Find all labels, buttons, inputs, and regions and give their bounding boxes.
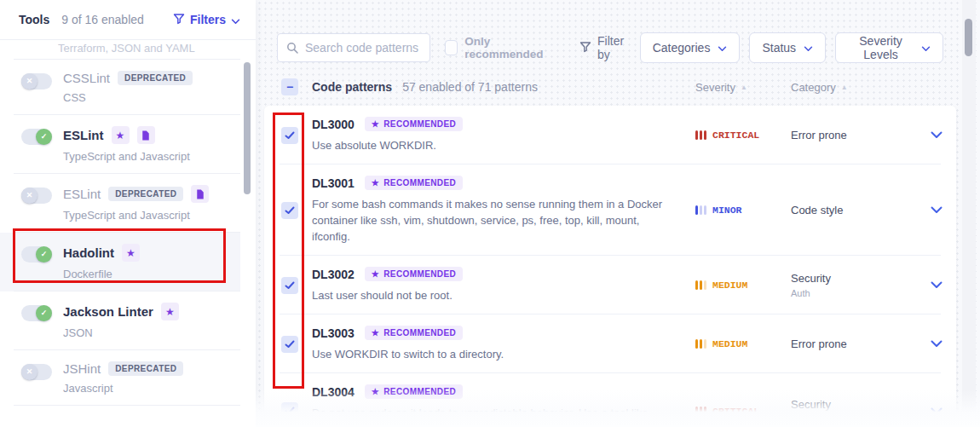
search-box [277, 33, 430, 62]
severity-label: MEDIUM [712, 338, 747, 349]
pattern-description: Do not use sudo as it leads to unpredict… [312, 405, 672, 427]
expand-chevron-icon[interactable] [917, 340, 956, 348]
severity-levels-dropdown-label: Severity Levels [848, 34, 914, 61]
tool-item-eslint-deprecated[interactable]: ✕ ESLint DEPRECATED TypeScript and Javas… [0, 174, 240, 233]
search-icon [286, 42, 298, 57]
only-recommended-control[interactable]: Only recommended [445, 35, 554, 61]
patterns-card: DL3000 ★RECOMMENDED Use absolute WORKDIR… [264, 106, 956, 427]
deprecated-badge: DEPRECATED [108, 361, 183, 376]
tool-subtitle: TypeScript and Javascript [63, 150, 190, 163]
severity-label: CRITICAL [712, 130, 759, 141]
expand-chevron-icon[interactable] [917, 281, 956, 289]
category-label: Error prone [791, 338, 917, 350]
tool-name: Jackson Linter [63, 304, 153, 319]
app-root: Tools 9 of 16 enabled Filters Terraform,… [0, 0, 980, 427]
sidebar-scrollbar[interactable] [244, 62, 251, 194]
search-input[interactable] [278, 34, 429, 61]
recommended-label: RECOMMENDED [383, 269, 456, 279]
filters-label: Filters [190, 13, 226, 26]
toggle-on[interactable]: ✓ [21, 305, 52, 321]
funnel-icon [173, 13, 185, 27]
chevron-down-icon [804, 41, 813, 55]
category-label: Error prone [791, 129, 917, 141]
toggle-cross-icon: ✕ [21, 73, 37, 89]
column-header-category[interactable]: Category ▲ [791, 81, 917, 94]
pattern-checkbox-checked[interactable] [281, 277, 298, 294]
funnel-icon [579, 41, 591, 55]
toggle-off[interactable]: ✕ [21, 364, 52, 380]
severity-label: MINOR [712, 205, 742, 216]
subcategory-label: Auth [791, 288, 917, 298]
category-label: Security [791, 398, 917, 411]
code-patterns-panel: Only recommended Filter by Categories St… [264, 0, 956, 427]
severity-bars-icon [695, 130, 706, 140]
recommended-badge: ★RECOMMENDED [365, 384, 463, 399]
document-icon [191, 185, 209, 203]
severity-bars-icon [695, 205, 706, 215]
toggle-check-icon: ✓ [36, 246, 52, 263]
category-label: Security [791, 272, 917, 285]
sort-asc-icon: ▲ [741, 84, 747, 91]
filters-button[interactable]: Filters [173, 13, 240, 27]
tool-item-csslint[interactable]: ✕ CSSLint DEPRECATED CSS [0, 60, 240, 115]
category-column-label: Category [791, 81, 836, 94]
star-icon: ★ [161, 303, 179, 320]
pattern-checkbox-checked[interactable] [281, 336, 298, 353]
toggle-off[interactable]: ✕ [21, 188, 52, 204]
tools-sidebar: Tools 9 of 16 enabled Filters Terraform,… [0, 0, 256, 427]
filter-by: Filter by [579, 34, 631, 61]
recommended-label: RECOMMENDED [383, 328, 456, 338]
severity-badge: CRITICAL [695, 406, 791, 417]
tools-title: Tools [19, 13, 49, 26]
expand-chevron-icon[interactable] [917, 206, 956, 214]
tool-subtitle: CSS [63, 91, 193, 104]
toggle-check-icon: ✓ [36, 129, 52, 145]
recommended-label: RECOMMENDED [383, 119, 456, 129]
chevron-down-icon [921, 41, 931, 55]
severity-column-label: Severity [695, 81, 735, 94]
tool-subtitle: TypeScript and Javascript [63, 209, 209, 222]
tool-item-jshint[interactable]: ✕ JSHint DEPRECATED Javascript [0, 350, 240, 406]
tool-item-hadolint[interactable]: ✓ Hadolint ★ Dockerfile [0, 233, 240, 291]
status-dropdown[interactable]: Status [749, 32, 826, 63]
chevron-down-icon [231, 14, 240, 27]
pattern-id: DL3000 [312, 118, 355, 131]
toggle-on[interactable]: ✓ [21, 129, 52, 145]
table-summary: 57 enabled of 71 patterns [402, 80, 538, 94]
select-all-checkbox-indeterminate[interactable]: − [281, 78, 298, 95]
star-icon: ★ [112, 126, 130, 144]
page-scrollbar-thumb[interactable] [965, 19, 972, 56]
toggle-off[interactable]: ✕ [21, 73, 52, 89]
category-cell: SecurityAuth [791, 398, 917, 424]
only-recommended-checkbox[interactable] [445, 40, 458, 55]
pattern-row: DL3003 ★RECOMMENDED Use WORKDIR to switc… [264, 314, 956, 373]
column-header-severity[interactable]: Severity ▲ [695, 81, 791, 94]
pattern-checkbox-checked[interactable] [281, 402, 298, 419]
pattern-row: DL3001 ★RECOMMENDED For some bash comman… [264, 164, 956, 256]
patterns-table-header: − Code patterns 57 enabled of 71 pattern… [264, 78, 956, 95]
categories-dropdown[interactable]: Categories [640, 32, 741, 63]
pattern-checkbox-checked[interactable] [281, 127, 298, 144]
severity-badge: MINOR [695, 205, 791, 216]
toggle-cross-icon: ✕ [21, 188, 37, 204]
toggle-on[interactable]: ✓ [21, 246, 52, 263]
tool-item-jackson-linter[interactable]: ✓ Jackson Linter ★ JSON [0, 291, 240, 350]
toggle-check-icon: ✓ [36, 305, 52, 321]
pattern-id: DL3002 [312, 268, 355, 281]
status-dropdown-label: Status [762, 41, 796, 55]
expand-chevron-icon[interactable] [917, 131, 956, 139]
severity-levels-dropdown[interactable]: Severity Levels [835, 32, 943, 63]
pattern-id: DL3001 [312, 176, 355, 190]
tool-item-partial[interactable]: Terraform, JSON and YAML [0, 40, 240, 60]
tool-item-eslint[interactable]: ✓ ESLint ★ TypeScript and Javascript [0, 115, 240, 174]
pattern-checkbox-checked[interactable] [281, 202, 298, 219]
severity-badge: CRITICAL [695, 130, 791, 141]
only-recommended-label: Only recommended [464, 35, 554, 61]
recommended-badge: ★RECOMMENDED [365, 267, 463, 281]
severity-bars-icon [695, 339, 706, 349]
star-icon: ★ [122, 244, 140, 262]
star-icon: ★ [372, 387, 379, 396]
tool-subtitle: Javascript [63, 382, 183, 395]
expand-chevron-icon[interactable] [917, 407, 956, 415]
severity-badge: MEDIUM [695, 280, 791, 291]
